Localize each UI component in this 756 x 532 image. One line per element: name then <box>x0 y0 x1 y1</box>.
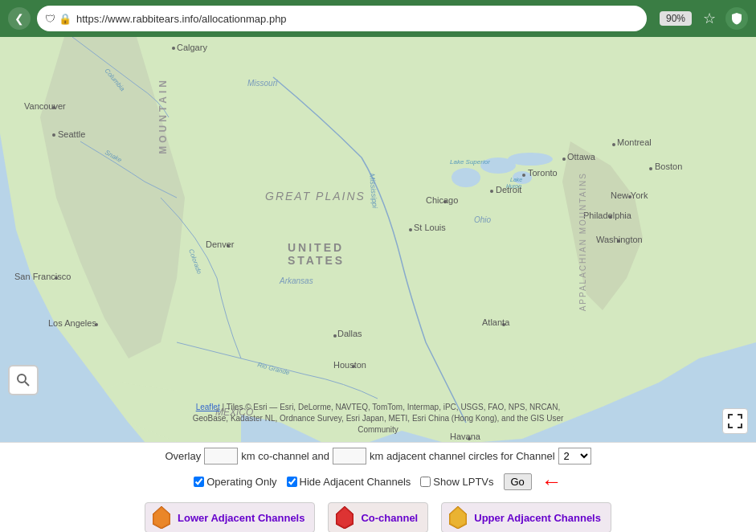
city-dot-houston <box>352 365 355 368</box>
back-button[interactable]: ❮ <box>8 7 31 30</box>
svg-point-3 <box>508 153 553 166</box>
show-lptv-checkbox[interactable] <box>420 477 431 487</box>
go-button[interactable]: Go <box>504 473 532 490</box>
url-text: https://www.rabbitears.info/allocationma… <box>76 13 639 25</box>
controls-area: Overlay km co-channel and km adjacent ch… <box>0 442 756 532</box>
city-dot-boston <box>649 167 652 170</box>
label-mountain: MOUNTAIN <box>157 77 169 154</box>
city-dot-vancouver <box>52 106 55 109</box>
city-dot-detroit <box>490 190 493 193</box>
city-dot-la <box>95 323 98 326</box>
svg-point-13 <box>18 374 26 383</box>
city-dot-chicago <box>443 200 447 203</box>
red-arrow-icon: ← <box>541 469 562 494</box>
km-cochannel-label: km co-channel and <box>241 450 329 462</box>
show-lptv-label[interactable]: Show LPTVs <box>420 476 493 488</box>
label-united: UNITED <box>288 241 344 254</box>
checkboxes-row: Operating Only Hide Adjacent Channels Sh… <box>8 469 748 494</box>
overlay-row: Overlay km co-channel and km adjacent ch… <box>8 448 748 464</box>
label-great-plains: GREAT PLAINS <box>265 190 366 203</box>
city-dot-philly <box>609 215 612 219</box>
map-svg: Lake Superior Lake Huron Mississippi Sna… <box>0 37 756 442</box>
address-bar[interactable]: 🛡 🔒 https://www.rabbitears.info/allocati… <box>37 6 647 31</box>
bookmark-star-icon[interactable]: ☆ <box>703 10 716 27</box>
svg-text:Lake: Lake <box>510 177 522 182</box>
city-dot-sf <box>55 276 58 280</box>
shield-icon: 🛡 <box>45 13 55 25</box>
svg-line-14 <box>25 382 29 386</box>
upper-adjacent-label: Upper Adjacent Channels <box>474 512 601 524</box>
label-ohio-river: Ohio <box>474 215 491 224</box>
lower-adjacent-label: Lower Adjacent Channels <box>178 512 304 524</box>
zoom-level[interactable]: 90% <box>660 11 692 26</box>
channel-select[interactable]: 2345 6789 10111213 <box>558 448 591 464</box>
city-dot-toronto <box>522 174 525 177</box>
legend-row: Lower Adjacent Channels Co-channel <box>8 499 748 532</box>
city-dot-newyork <box>628 195 631 198</box>
label-states: STATES <box>288 254 345 267</box>
overlay-label: Overlay <box>165 450 201 462</box>
city-dot-atlanta <box>502 323 505 326</box>
legend-cochannel: Co-channel <box>328 502 428 532</box>
svg-text:Huron: Huron <box>506 183 521 189</box>
cochannel-label: Co-channel <box>361 512 418 524</box>
adjacent-km-input[interactable] <box>333 448 366 464</box>
leaflet-link[interactable]: Leaflet <box>196 403 220 411</box>
upper-adjacent-icon <box>448 506 468 529</box>
cochannel-km-input[interactable] <box>204 448 238 464</box>
hide-adjacent-label[interactable]: Hide Adjacent Channels <box>287 476 411 488</box>
city-dot-ottawa <box>562 158 566 161</box>
browser-chrome: ❮ 🛡 🔒 https://www.rabbitears.info/alloca… <box>0 0 756 37</box>
city-dot-montreal <box>612 143 615 146</box>
label-arkansas-river: Arkansas <box>280 276 313 285</box>
legend-upper-adjacent: Upper Adjacent Channels <box>441 502 611 532</box>
svg-point-1 <box>452 168 480 187</box>
operating-only-label[interactable]: Operating Only <box>194 476 276 488</box>
lock-icon: 🔒 <box>59 13 72 25</box>
label-missouri-river: Missouri <box>247 79 277 88</box>
city-dot-calgary <box>172 47 175 50</box>
svg-text:Lake Superior: Lake Superior <box>450 158 490 166</box>
map-container[interactable]: Lake Superior Lake Huron Mississippi Sna… <box>0 37 756 442</box>
legend-lower-adjacent: Lower Adjacent Channels <box>145 502 315 532</box>
city-dot-denver <box>227 244 230 248</box>
city-dot-seattle <box>52 133 55 137</box>
browser-shield-icon <box>725 7 748 30</box>
map-attribution: Leaflet | Tiles © Esri — Esri, DeLorme, … <box>189 402 567 436</box>
lower-adjacent-icon <box>152 506 171 529</box>
city-dot-dc <box>617 239 620 243</box>
hide-adjacent-checkbox[interactable] <box>287 477 297 487</box>
city-dot-havana <box>468 437 471 440</box>
km-adjacent-label: km adjacent channel circles for Channel <box>370 450 555 462</box>
cochannel-icon <box>335 506 354 529</box>
city-dot-stlouis <box>409 228 412 231</box>
map-search-button[interactable] <box>8 365 39 395</box>
fullscreen-button[interactable] <box>722 408 748 434</box>
city-dot-dallas <box>333 334 337 338</box>
label-appalachian: APPALACHIAN MOUNTAINS <box>578 172 587 311</box>
operating-only-checkbox[interactable] <box>194 477 204 487</box>
